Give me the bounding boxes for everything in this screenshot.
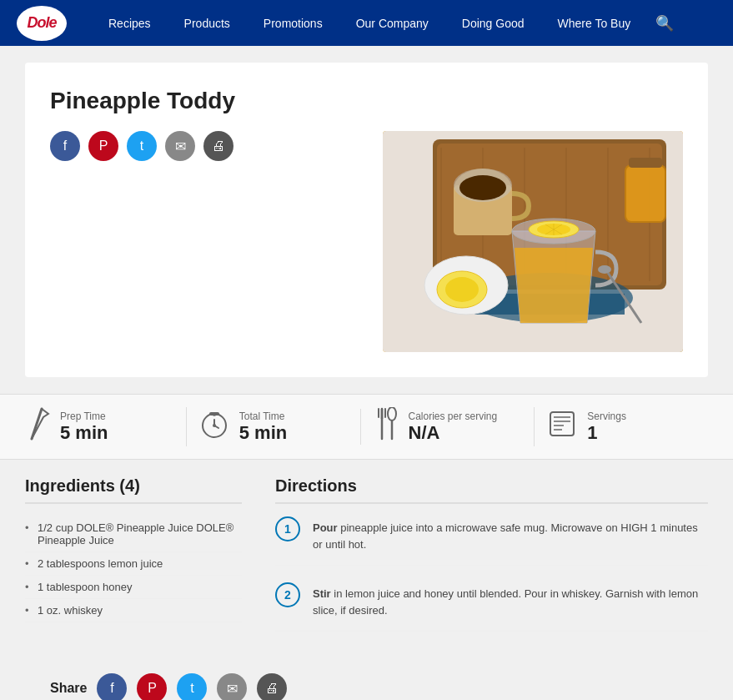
facebook-share-button-bottom[interactable]: f: [97, 673, 127, 700]
nav-link-where-to-buy[interactable]: Where To Buy: [541, 0, 648, 46]
direction-step-2: 2 Stir in lemon juice and honey until bl…: [275, 582, 708, 632]
recipe-left: f P t ✉ 🖨: [50, 131, 358, 352]
stats-bar: Prep Time 5 min Total Time 5 min: [0, 394, 733, 460]
servings-stat: Servings 1: [535, 409, 708, 445]
calories-stat: Calories per serving N/A: [361, 407, 535, 446]
search-icon[interactable]: 🔍: [647, 14, 682, 33]
fork-spoon-icon: [374, 407, 399, 446]
bottom-share: Share f P t ✉ 🖨: [50, 665, 683, 700]
email-share-button[interactable]: ✉: [165, 131, 195, 161]
logo[interactable]: Dole: [17, 6, 67, 41]
total-time-value: 5 min: [239, 422, 287, 443]
pinterest-share-button[interactable]: P: [88, 131, 118, 161]
svg-point-33: [213, 424, 216, 427]
direction-step-1: 1 Pour pineapple juice into a microwave …: [275, 516, 708, 566]
svg-point-14: [459, 175, 506, 200]
nav-links: Recipes Products Promotions Our Company …: [92, 0, 716, 46]
recipe-title: Pineapple Toddy: [50, 88, 683, 114]
svg-point-25: [445, 277, 479, 302]
prep-time-stat: Prep Time 5 min: [25, 407, 187, 446]
ingredients-column: Ingredients (4) 1/2 cup DOLE® Pineapple …: [25, 476, 242, 648]
nav-link-promotions[interactable]: Promotions: [247, 0, 339, 46]
svg-rect-28: [629, 158, 662, 168]
calories-text: Calories per serving N/A: [409, 410, 498, 444]
ingredient-item: 1 oz. whiskey: [25, 599, 242, 622]
svg-point-22: [598, 265, 611, 274]
recipe-layout: f P t ✉ 🖨: [50, 131, 683, 352]
nav-link-our-company[interactable]: Our Company: [339, 0, 445, 46]
share-label: Share: [50, 681, 87, 696]
clock-icon: [199, 409, 229, 445]
pinterest-share-button-bottom[interactable]: P: [137, 673, 167, 700]
print-button-bottom[interactable]: 🖨: [257, 673, 287, 700]
directions-column: Directions 1 Pour pineapple juice into a…: [275, 476, 708, 648]
direction-text-2: Stir in lemon juice and honey until blen…: [313, 582, 708, 618]
nav-link-products[interactable]: Products: [168, 0, 247, 46]
total-time-label: Total Time: [239, 410, 287, 422]
servings-icon: [547, 409, 577, 445]
ingredients-title: Ingredients (4): [25, 476, 242, 504]
svg-rect-27: [626, 166, 665, 221]
logo-text: Dole: [27, 14, 56, 32]
servings-label: Servings: [587, 410, 626, 422]
directions-title: Directions: [275, 476, 708, 504]
recipe-details: Ingredients (4) 1/2 cup DOLE® Pineapple …: [25, 476, 708, 700]
facebook-share-button[interactable]: f: [50, 131, 80, 161]
direction-text-1: Pour pineapple juice into a microwave sa…: [313, 516, 708, 552]
page-wrapper: Pineapple Toddy f P t ✉ 🖨: [0, 63, 733, 700]
calories-label: Calories per serving: [409, 410, 498, 422]
recipe-card: Pineapple Toddy f P t ✉ 🖨: [25, 63, 708, 377]
two-col-layout: Ingredients (4) 1/2 cup DOLE® Pineapple …: [25, 476, 708, 648]
prep-time-label: Prep Time: [60, 410, 108, 422]
navigation: Dole Recipes Products Promotions Our Com…: [0, 0, 733, 46]
direction-number-1: 1: [275, 516, 300, 541]
twitter-share-button[interactable]: t: [127, 131, 157, 161]
ingredient-item: 1 tablespoon honey: [25, 576, 242, 599]
svg-rect-41: [550, 412, 574, 436]
direction-number-2: 2: [275, 582, 300, 607]
ingredient-item: 1/2 cup DOLE® Pineapple Juice DOLE® Pine…: [25, 516, 242, 552]
prep-time-value: 5 min: [60, 422, 108, 443]
twitter-share-button-bottom[interactable]: t: [177, 673, 207, 700]
calories-value: N/A: [409, 422, 440, 443]
prep-time-text: Prep Time 5 min: [60, 410, 108, 444]
svg-point-39: [388, 407, 396, 421]
recipe-image: [383, 131, 683, 352]
servings-value: 1: [587, 422, 597, 443]
ingredient-item: 2 tablespoons lemon juice: [25, 552, 242, 576]
directions-list: 1 Pour pineapple juice into a microwave …: [275, 516, 708, 632]
nav-link-recipes[interactable]: Recipes: [92, 0, 168, 46]
knife-icon: [25, 407, 50, 446]
nav-link-doing-good[interactable]: Doing Good: [445, 0, 541, 46]
servings-text: Servings 1: [587, 410, 626, 444]
social-icons-top: f P t ✉ 🖨: [50, 131, 358, 161]
print-button[interactable]: 🖨: [203, 131, 233, 161]
email-share-button-bottom[interactable]: ✉: [217, 673, 247, 700]
total-time-stat: Total Time 5 min: [187, 409, 361, 445]
total-time-text: Total Time 5 min: [239, 410, 287, 444]
ingredients-list: 1/2 cup DOLE® Pineapple Juice DOLE® Pine…: [25, 516, 242, 622]
